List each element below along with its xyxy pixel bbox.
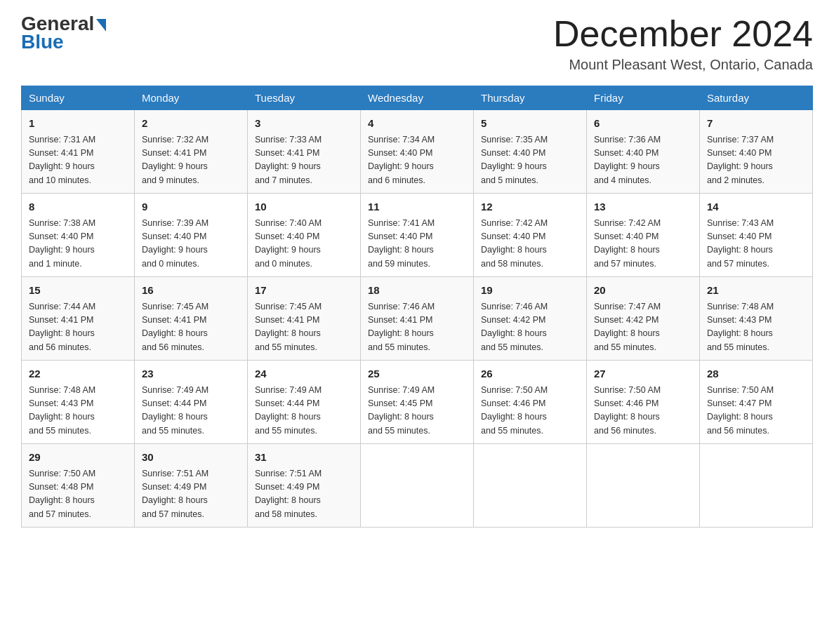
calendar-cell: 6Sunrise: 7:36 AMSunset: 4:40 PMDaylight… [587,110,700,194]
calendar-cell [361,444,474,528]
page-header: General Blue December 2024 Mount Pleasan… [21,14,813,73]
day-info: Sunrise: 7:48 AMSunset: 4:43 PMDaylight:… [707,300,805,355]
calendar-week-row: 8Sunrise: 7:38 AMSunset: 4:40 PMDaylight… [22,194,813,277]
day-info: Sunrise: 7:45 AMSunset: 4:41 PMDaylight:… [255,300,353,355]
day-info: Sunrise: 7:35 AMSunset: 4:40 PMDaylight:… [481,133,579,188]
day-number: 22 [29,366,127,382]
day-info: Sunrise: 7:50 AMSunset: 4:47 PMDaylight:… [707,384,805,438]
day-number: 21 [707,283,805,299]
calendar-cell: 29Sunrise: 7:50 AMSunset: 4:48 PMDayligh… [22,444,135,528]
calendar-cell: 24Sunrise: 7:49 AMSunset: 4:44 PMDayligh… [248,361,361,444]
day-info: Sunrise: 7:50 AMSunset: 4:48 PMDaylight:… [29,467,127,522]
day-number: 2 [142,116,240,132]
weekday-header-thursday: Thursday [474,86,587,110]
calendar-cell: 19Sunrise: 7:46 AMSunset: 4:42 PMDayligh… [474,277,587,361]
day-number: 25 [368,366,466,382]
calendar-cell: 20Sunrise: 7:47 AMSunset: 4:42 PMDayligh… [587,277,700,361]
day-info: Sunrise: 7:46 AMSunset: 4:42 PMDaylight:… [481,300,579,355]
day-number: 29 [29,450,127,466]
day-info: Sunrise: 7:51 AMSunset: 4:49 PMDaylight:… [255,467,353,522]
calendar-cell [587,444,700,528]
calendar-week-row: 22Sunrise: 7:48 AMSunset: 4:43 PMDayligh… [22,361,813,444]
calendar-cell: 10Sunrise: 7:40 AMSunset: 4:40 PMDayligh… [248,194,361,277]
calendar-cell: 18Sunrise: 7:46 AMSunset: 4:41 PMDayligh… [361,277,474,361]
logo: General Blue [21,14,106,52]
day-number: 12 [481,199,579,215]
day-info: Sunrise: 7:51 AMSunset: 4:49 PMDaylight:… [142,467,240,522]
calendar-cell: 3Sunrise: 7:33 AMSunset: 4:41 PMDaylight… [248,110,361,194]
day-number: 16 [142,283,240,299]
calendar-cell: 13Sunrise: 7:42 AMSunset: 4:40 PMDayligh… [587,194,700,277]
calendar-cell: 14Sunrise: 7:43 AMSunset: 4:40 PMDayligh… [700,194,813,277]
calendar-body: 1Sunrise: 7:31 AMSunset: 4:41 PMDaylight… [22,110,813,528]
logo-blue: Blue [21,32,64,52]
calendar-cell: 25Sunrise: 7:49 AMSunset: 4:45 PMDayligh… [361,361,474,444]
day-info: Sunrise: 7:38 AMSunset: 4:40 PMDaylight:… [29,217,127,271]
day-info: Sunrise: 7:39 AMSunset: 4:40 PMDaylight:… [142,217,240,271]
calendar-cell: 9Sunrise: 7:39 AMSunset: 4:40 PMDaylight… [135,194,248,277]
day-info: Sunrise: 7:42 AMSunset: 4:40 PMDaylight:… [481,217,579,271]
day-info: Sunrise: 7:50 AMSunset: 4:46 PMDaylight:… [594,384,692,438]
day-info: Sunrise: 7:32 AMSunset: 4:41 PMDaylight:… [142,133,240,188]
calendar-cell: 4Sunrise: 7:34 AMSunset: 4:40 PMDaylight… [361,110,474,194]
day-number: 3 [255,116,353,132]
weekday-header-sunday: Sunday [22,86,135,110]
day-info: Sunrise: 7:34 AMSunset: 4:40 PMDaylight:… [368,133,466,188]
calendar-week-row: 1Sunrise: 7:31 AMSunset: 4:41 PMDaylight… [22,110,813,194]
day-number: 7 [707,116,805,132]
day-number: 27 [594,366,692,382]
calendar-cell: 23Sunrise: 7:49 AMSunset: 4:44 PMDayligh… [135,361,248,444]
weekday-header-friday: Friday [587,86,700,110]
calendar-cell: 26Sunrise: 7:50 AMSunset: 4:46 PMDayligh… [474,361,587,444]
calendar-cell: 5Sunrise: 7:35 AMSunset: 4:40 PMDaylight… [474,110,587,194]
logo-triangle-icon [96,19,106,32]
day-number: 1 [29,116,127,132]
location-subtitle: Mount Pleasant West, Ontario, Canada [553,57,813,73]
day-info: Sunrise: 7:41 AMSunset: 4:40 PMDaylight:… [368,217,466,271]
day-number: 26 [481,366,579,382]
calendar-table: SundayMondayTuesdayWednesdayThursdayFrid… [21,86,813,528]
day-info: Sunrise: 7:49 AMSunset: 4:44 PMDaylight:… [255,384,353,438]
day-info: Sunrise: 7:36 AMSunset: 4:40 PMDaylight:… [594,133,692,188]
day-number: 6 [594,116,692,132]
weekday-header-wednesday: Wednesday [361,86,474,110]
calendar-cell: 17Sunrise: 7:45 AMSunset: 4:41 PMDayligh… [248,277,361,361]
calendar-week-row: 15Sunrise: 7:44 AMSunset: 4:41 PMDayligh… [22,277,813,361]
day-number: 11 [368,199,466,215]
day-number: 20 [594,283,692,299]
calendar-cell: 8Sunrise: 7:38 AMSunset: 4:40 PMDaylight… [22,194,135,277]
calendar-cell: 31Sunrise: 7:51 AMSunset: 4:49 PMDayligh… [248,444,361,528]
day-number: 10 [255,199,353,215]
day-info: Sunrise: 7:48 AMSunset: 4:43 PMDaylight:… [29,384,127,438]
day-number: 15 [29,283,127,299]
calendar-cell: 1Sunrise: 7:31 AMSunset: 4:41 PMDaylight… [22,110,135,194]
day-info: Sunrise: 7:49 AMSunset: 4:44 PMDaylight:… [142,384,240,438]
calendar-cell [474,444,587,528]
day-info: Sunrise: 7:44 AMSunset: 4:41 PMDaylight:… [29,300,127,355]
calendar-cell: 21Sunrise: 7:48 AMSunset: 4:43 PMDayligh… [700,277,813,361]
weekday-header-saturday: Saturday [700,86,813,110]
calendar-cell: 2Sunrise: 7:32 AMSunset: 4:41 PMDaylight… [135,110,248,194]
day-info: Sunrise: 7:40 AMSunset: 4:40 PMDaylight:… [255,217,353,271]
calendar-cell: 27Sunrise: 7:50 AMSunset: 4:46 PMDayligh… [587,361,700,444]
calendar-cell: 28Sunrise: 7:50 AMSunset: 4:47 PMDayligh… [700,361,813,444]
day-info: Sunrise: 7:31 AMSunset: 4:41 PMDaylight:… [29,133,127,188]
day-info: Sunrise: 7:47 AMSunset: 4:42 PMDaylight:… [594,300,692,355]
day-number: 9 [142,199,240,215]
calendar-cell: 7Sunrise: 7:37 AMSunset: 4:40 PMDaylight… [700,110,813,194]
calendar-cell: 16Sunrise: 7:45 AMSunset: 4:41 PMDayligh… [135,277,248,361]
day-number: 24 [255,366,353,382]
day-info: Sunrise: 7:43 AMSunset: 4:40 PMDaylight:… [707,217,805,271]
day-info: Sunrise: 7:33 AMSunset: 4:41 PMDaylight:… [255,133,353,188]
day-info: Sunrise: 7:42 AMSunset: 4:40 PMDaylight:… [594,217,692,271]
calendar-week-row: 29Sunrise: 7:50 AMSunset: 4:48 PMDayligh… [22,444,813,528]
calendar-cell: 30Sunrise: 7:51 AMSunset: 4:49 PMDayligh… [135,444,248,528]
weekday-header-row: SundayMondayTuesdayWednesdayThursdayFrid… [22,86,813,110]
calendar-cell: 11Sunrise: 7:41 AMSunset: 4:40 PMDayligh… [361,194,474,277]
day-info: Sunrise: 7:45 AMSunset: 4:41 PMDaylight:… [142,300,240,355]
day-info: Sunrise: 7:49 AMSunset: 4:45 PMDaylight:… [368,384,466,438]
month-title: December 2024 [553,14,813,54]
day-number: 23 [142,366,240,382]
day-info: Sunrise: 7:50 AMSunset: 4:46 PMDaylight:… [481,384,579,438]
day-number: 19 [481,283,579,299]
